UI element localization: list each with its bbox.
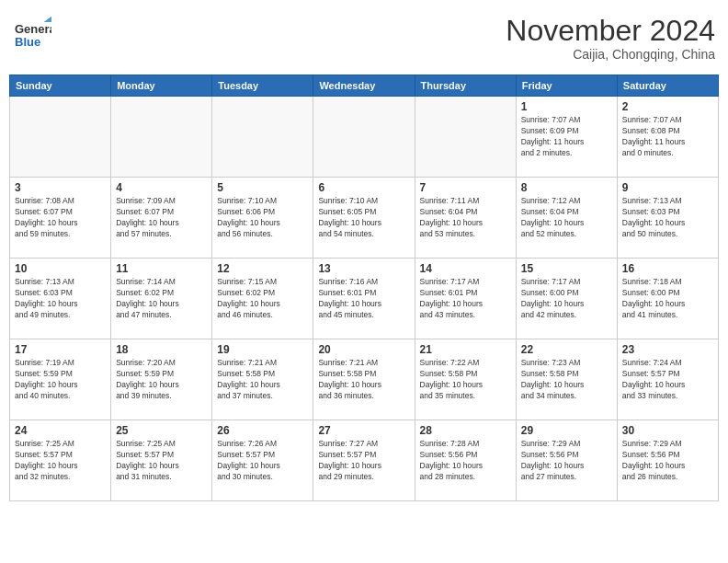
day-info: Sunrise: 7:28 AM Sunset: 5:56 PM Dayligh…: [420, 439, 511, 483]
day-info: Sunrise: 7:10 AM Sunset: 6:06 PM Dayligh…: [217, 196, 308, 240]
day-number: 12: [217, 262, 308, 275]
day-number: 30: [622, 424, 713, 437]
week-row-5: 24Sunrise: 7:25 AM Sunset: 5:57 PM Dayli…: [10, 420, 719, 501]
day-cell-12: 12Sunrise: 7:15 AM Sunset: 6:02 PM Dayli…: [212, 259, 313, 339]
day-cell-9: 9Sunrise: 7:13 AM Sunset: 6:03 PM Daylig…: [617, 178, 718, 259]
day-info: Sunrise: 7:14 AM Sunset: 6:02 PM Dayligh…: [116, 277, 207, 321]
empty-cell: [415, 97, 516, 178]
day-number: 25: [116, 424, 207, 437]
day-cell-26: 26Sunrise: 7:26 AM Sunset: 5:57 PM Dayli…: [212, 420, 313, 501]
day-number: 28: [420, 424, 511, 437]
weekday-header-monday: Monday: [111, 75, 212, 97]
day-number: 23: [622, 343, 713, 356]
day-cell-22: 22Sunrise: 7:23 AM Sunset: 5:58 PM Dayli…: [516, 339, 617, 420]
page-header: General Blue November 2024 Caijia, Chong…: [9, 9, 719, 67]
day-cell-14: 14Sunrise: 7:17 AM Sunset: 6:01 PM Dayli…: [415, 259, 516, 339]
day-number: 26: [217, 424, 308, 437]
day-cell-10: 10Sunrise: 7:13 AM Sunset: 6:03 PM Dayli…: [10, 259, 111, 339]
calendar-table: SundayMondayTuesdayWednesdayThursdayFrid…: [9, 75, 719, 501]
day-info: Sunrise: 7:19 AM Sunset: 5:59 PM Dayligh…: [15, 358, 106, 402]
day-number: 7: [420, 181, 511, 194]
logo-icon: General Blue: [13, 15, 51, 53]
day-cell-7: 7Sunrise: 7:11 AM Sunset: 6:04 PM Daylig…: [415, 178, 516, 259]
day-number: 17: [15, 343, 106, 356]
empty-cell: [111, 97, 212, 178]
day-number: 4: [116, 181, 207, 194]
day-info: Sunrise: 7:25 AM Sunset: 5:57 PM Dayligh…: [116, 439, 207, 483]
day-cell-25: 25Sunrise: 7:25 AM Sunset: 5:57 PM Dayli…: [111, 420, 212, 501]
day-info: Sunrise: 7:17 AM Sunset: 6:01 PM Dayligh…: [420, 277, 511, 321]
day-cell-28: 28Sunrise: 7:28 AM Sunset: 5:56 PM Dayli…: [415, 420, 516, 501]
day-info: Sunrise: 7:16 AM Sunset: 6:01 PM Dayligh…: [318, 277, 409, 321]
month-title: November 2024: [506, 15, 715, 47]
day-number: 10: [15, 262, 106, 275]
day-number: 6: [318, 181, 409, 194]
weekday-header-wednesday: Wednesday: [313, 75, 415, 97]
day-number: 13: [318, 262, 409, 275]
day-number: 2: [622, 100, 713, 113]
day-number: 15: [521, 262, 612, 275]
weekday-header-sunday: Sunday: [10, 75, 111, 97]
day-cell-6: 6Sunrise: 7:10 AM Sunset: 6:05 PM Daylig…: [313, 178, 415, 259]
day-number: 19: [217, 343, 308, 356]
day-cell-5: 5Sunrise: 7:10 AM Sunset: 6:06 PM Daylig…: [212, 178, 313, 259]
day-cell-2: 2Sunrise: 7:07 AM Sunset: 6:08 PM Daylig…: [617, 97, 718, 178]
day-info: Sunrise: 7:09 AM Sunset: 6:07 PM Dayligh…: [116, 196, 207, 240]
day-info: Sunrise: 7:29 AM Sunset: 5:56 PM Dayligh…: [622, 439, 713, 483]
day-number: 8: [521, 181, 612, 194]
week-row-1: 1Sunrise: 7:07 AM Sunset: 6:09 PM Daylig…: [10, 97, 719, 178]
logo: General Blue: [13, 15, 51, 53]
location-subtitle: Caijia, Chongqing, China: [506, 47, 715, 62]
day-number: 14: [420, 262, 511, 275]
day-info: Sunrise: 7:08 AM Sunset: 6:07 PM Dayligh…: [15, 196, 106, 240]
weekday-header-friday: Friday: [516, 75, 617, 97]
day-cell-19: 19Sunrise: 7:21 AM Sunset: 5:58 PM Dayli…: [212, 339, 313, 420]
day-info: Sunrise: 7:11 AM Sunset: 6:04 PM Dayligh…: [420, 196, 511, 240]
day-number: 9: [622, 181, 713, 194]
svg-marker-3: [44, 17, 51, 22]
day-cell-29: 29Sunrise: 7:29 AM Sunset: 5:56 PM Dayli…: [516, 420, 617, 501]
day-number: 16: [622, 262, 713, 275]
weekday-header-row: SundayMondayTuesdayWednesdayThursdayFrid…: [10, 75, 719, 97]
day-number: 24: [15, 424, 106, 437]
day-cell-8: 8Sunrise: 7:12 AM Sunset: 6:04 PM Daylig…: [516, 178, 617, 259]
weekday-header-thursday: Thursday: [415, 75, 516, 97]
empty-cell: [212, 97, 313, 178]
day-number: 22: [521, 343, 612, 356]
day-info: Sunrise: 7:13 AM Sunset: 6:03 PM Dayligh…: [622, 196, 713, 240]
day-info: Sunrise: 7:13 AM Sunset: 6:03 PM Dayligh…: [15, 277, 106, 321]
day-cell-30: 30Sunrise: 7:29 AM Sunset: 5:56 PM Dayli…: [617, 420, 718, 501]
empty-cell: [313, 97, 415, 178]
day-cell-11: 11Sunrise: 7:14 AM Sunset: 6:02 PM Dayli…: [111, 259, 212, 339]
day-info: Sunrise: 7:23 AM Sunset: 5:58 PM Dayligh…: [521, 358, 612, 402]
svg-text:General: General: [15, 22, 51, 36]
day-info: Sunrise: 7:07 AM Sunset: 6:09 PM Dayligh…: [521, 115, 612, 159]
day-info: Sunrise: 7:22 AM Sunset: 5:58 PM Dayligh…: [420, 358, 511, 402]
day-info: Sunrise: 7:26 AM Sunset: 5:57 PM Dayligh…: [217, 439, 308, 483]
day-number: 11: [116, 262, 207, 275]
day-number: 20: [318, 343, 409, 356]
day-info: Sunrise: 7:25 AM Sunset: 5:57 PM Dayligh…: [15, 439, 106, 483]
day-info: Sunrise: 7:10 AM Sunset: 6:05 PM Dayligh…: [318, 196, 409, 240]
day-number: 1: [521, 100, 612, 113]
day-cell-20: 20Sunrise: 7:21 AM Sunset: 5:58 PM Dayli…: [313, 339, 415, 420]
day-number: 29: [521, 424, 612, 437]
day-number: 5: [217, 181, 308, 194]
day-cell-23: 23Sunrise: 7:24 AM Sunset: 5:57 PM Dayli…: [617, 339, 718, 420]
day-info: Sunrise: 7:12 AM Sunset: 6:04 PM Dayligh…: [521, 196, 612, 240]
day-cell-27: 27Sunrise: 7:27 AM Sunset: 5:57 PM Dayli…: [313, 420, 415, 501]
svg-text:Blue: Blue: [15, 35, 40, 49]
day-number: 3: [15, 181, 106, 194]
day-cell-3: 3Sunrise: 7:08 AM Sunset: 6:07 PM Daylig…: [10, 178, 111, 259]
day-info: Sunrise: 7:07 AM Sunset: 6:08 PM Dayligh…: [622, 115, 713, 159]
empty-cell: [10, 97, 111, 178]
day-info: Sunrise: 7:24 AM Sunset: 5:57 PM Dayligh…: [622, 358, 713, 402]
week-row-4: 17Sunrise: 7:19 AM Sunset: 5:59 PM Dayli…: [10, 339, 719, 420]
day-cell-21: 21Sunrise: 7:22 AM Sunset: 5:58 PM Dayli…: [415, 339, 516, 420]
day-cell-4: 4Sunrise: 7:09 AM Sunset: 6:07 PM Daylig…: [111, 178, 212, 259]
day-info: Sunrise: 7:27 AM Sunset: 5:57 PM Dayligh…: [318, 439, 409, 483]
day-info: Sunrise: 7:15 AM Sunset: 6:02 PM Dayligh…: [217, 277, 308, 321]
title-block: November 2024 Caijia, Chongqing, China: [506, 15, 715, 62]
day-cell-13: 13Sunrise: 7:16 AM Sunset: 6:01 PM Dayli…: [313, 259, 415, 339]
day-cell-15: 15Sunrise: 7:17 AM Sunset: 6:00 PM Dayli…: [516, 259, 617, 339]
